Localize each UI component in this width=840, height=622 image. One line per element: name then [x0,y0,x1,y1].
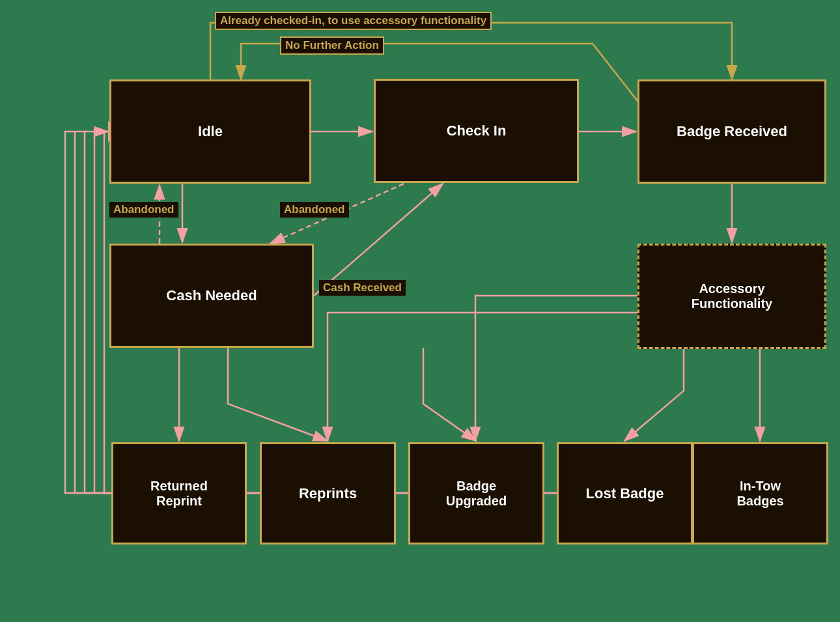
badge-received-label: Badge Received [677,123,787,140]
no-further-action-text: No Further Action [285,39,379,51]
badge-upgraded-label: Badge Upgraded [446,479,507,509]
svg-line-7 [314,184,443,296]
abandoned1-text: Abandoned [113,203,175,216]
check-in-label: Check In [447,122,507,139]
already-checked-in-text: Already checked-in, to use accessory fun… [220,14,486,27]
cash-received-label: Cash Received [319,280,406,296]
reprints-label: Reprints [299,485,357,502]
cash-needed-state: Cash Needed [109,244,314,348]
badge-received-state: Badge Received [637,79,826,184]
abandoned-right-label: Abandoned [280,202,349,218]
abandoned-left-label: Abandoned [109,202,178,218]
already-checked-in-label: Already checked-in, to use accessory fun… [215,12,492,30]
lost-badge-label: Lost Badge [586,485,664,502]
no-further-action-label: No Further Action [280,36,384,55]
idle-state: Idle [109,79,311,184]
check-in-state: Check In [374,79,579,183]
returned-reprint-label: Returned Reprint [150,479,208,509]
lost-badge-state: Lost Badge [557,442,693,544]
abandoned2-text: Abandoned [284,203,345,216]
in-tow-badges-state: In-Tow Badges [692,442,828,544]
idle-label: Idle [198,123,223,140]
cash-received-text: Cash Received [323,281,402,294]
returned-reprint-state: Returned Reprint [111,442,247,544]
accessory-functionality-label: Accessory Functionality [692,281,772,311]
cash-needed-label: Cash Needed [166,287,257,304]
reprints-state: Reprints [260,442,396,544]
in-tow-badges-label: In-Tow Badges [736,479,783,509]
accessory-functionality-state: Accessory Functionality [637,244,826,349]
badge-upgraded-state: Badge Upgraded [408,442,544,544]
diagram-container: Idle Check In Badge Received Cash Needed… [0,0,840,622]
